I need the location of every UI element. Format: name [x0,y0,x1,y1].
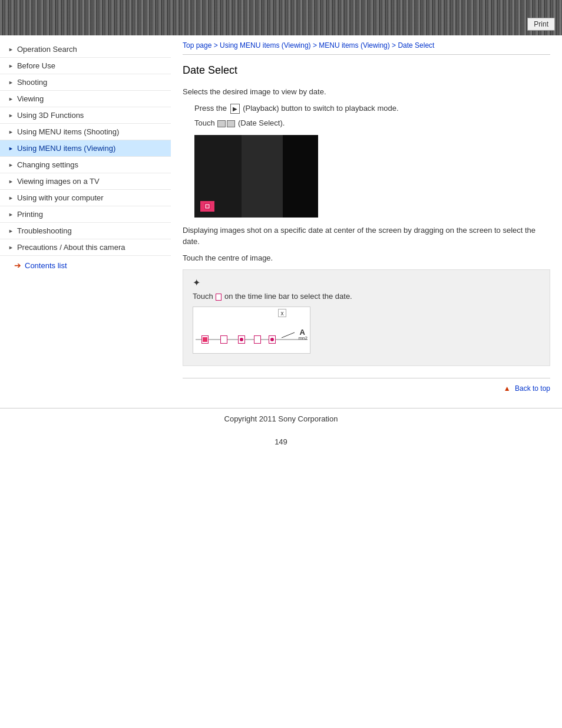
sidebar-item-using-computer[interactable]: ► Using with your computer [0,190,171,206]
arrow-icon: ► [8,129,14,135]
sidebar-item-printing[interactable]: ► Printing [0,206,171,223]
arrow-right-icon: ➔ [14,261,21,270]
sidebar-item-label: Troubleshooting [17,226,72,235]
page-number: 149 [0,433,562,451]
arrow-icon: ► [8,146,14,151]
main-layout: ► Operation Search ► Before Use ► Shooti… [0,35,562,408]
tip-icon: ✦ [193,277,540,288]
breadcrumb-sep3: > [392,41,398,50]
svg-point-4 [270,338,274,341]
label-a: A [300,328,305,337]
sidebar-item-label: Operation Search [17,45,77,54]
sidebar-item-using-3d[interactable]: ► Using 3D Functions [0,107,171,124]
page-title: Date Select [183,64,550,79]
step1-text: Press the ▶ (Playback) button to switch … [194,103,550,114]
svg-line-5 [282,332,295,338]
sidebar-item-label: Viewing [17,94,44,103]
header-bar: Print [0,0,562,35]
sidebar-item-label: Using with your computer [17,193,104,202]
sidebar-item-before-use[interactable]: ► Before Use [0,58,171,74]
sidebar-item-label: Using MENU items (Viewing) [17,144,115,153]
sidebar-item-precautions[interactable]: ► Precautions / About this camera [0,239,171,256]
timeline-close-btn[interactable]: x [278,309,286,317]
playback-button-icon: ▶ [230,104,240,114]
arrow-icon: ► [8,80,14,85]
arrow-icon: ► [8,63,14,69]
back-to-top-icon: ▲ [504,384,511,393]
back-to-top[interactable]: ▲ Back to top [183,378,550,396]
arrow-icon: ► [8,212,14,218]
sidebar-item-label: Using 3D Functions [17,111,84,120]
arrow-icon: ► [8,96,14,102]
breadcrumb-date-select: Date Select [398,41,434,50]
copyright-text: Copyright 2011 Sony Corporation [224,414,338,423]
arrow-icon: ► [8,228,14,234]
description-text: Displaying images shot on a specific dat… [183,225,550,248]
sidebar-item-label: Printing [17,210,43,219]
sidebar-item-label: Using MENU items (Shooting) [17,127,119,136]
arrow-icon: ► [8,47,14,52]
image-center-area [242,135,283,218]
content-area: Top page > Using MENU items (Viewing) > … [171,35,562,408]
sidebar-item-changing-settings[interactable]: ► Changing settings [0,157,171,173]
timeline-marker-2 [220,335,227,344]
sidebar-item-label: Changing settings [17,160,78,169]
arrow-icon: ► [8,179,14,185]
sidebar-item-label: Before Use [17,61,55,70]
svg-point-3 [240,338,243,341]
timeline-marker-1 [201,335,209,344]
step2-text: Touch (Date Select). [194,117,550,129]
timeline-marker-3 [238,335,245,344]
timeline-marker-4 [254,335,261,344]
sidebar-item-using-menu-viewing[interactable]: ► Using MENU items (Viewing) [0,140,171,157]
sidebar-item-label: Precautions / About this camera [17,243,125,252]
touch-centre-text: Touch the centre of image. [183,252,550,264]
svg-rect-2 [203,337,207,342]
sidebar-item-shooting[interactable]: ► Shooting [0,74,171,91]
sidebar-item-using-menu-shooting[interactable]: ► Using MENU items (Shooting) [0,124,171,140]
arrow-icon: ► [8,195,14,201]
page-footer: Copyright 2011 Sony Corporation [0,408,562,433]
arrow-icon: ► [8,162,14,168]
sidebar-item-label: Viewing images on a TV [17,177,100,186]
playback-icon-overlay [200,201,214,212]
back-to-top-label: Back to top [515,384,550,393]
arrow-icon: ► [8,245,14,251]
tip-text: Touch on the time line bar to select the… [193,292,540,301]
breadcrumb-sep1: > [214,41,220,50]
intro-text: Selects the desired image to view by dat… [183,86,550,98]
sidebar: ► Operation Search ► Before Use ► Shooti… [0,35,171,408]
contents-list-label: Contents list [25,261,67,270]
print-button[interactable]: Print [527,18,555,31]
timeline-image: x mn2 A [193,307,310,354]
breadcrumb: Top page > Using MENU items (Viewing) > … [183,35,550,55]
breadcrumb-sep2: > [313,41,319,50]
sidebar-item-label: Shooting [17,78,47,87]
timeline-marker-5 [269,335,276,344]
contents-list-link[interactable]: ➔ Contents list [0,256,171,275]
breadcrumb-top-page[interactable]: Top page [183,41,211,50]
breadcrumb-menu-items-viewing[interactable]: MENU items (Viewing) [319,41,389,50]
tip-box: ✦ Touch on the time line bar to select t… [183,269,550,366]
playback-icon-inner [204,203,210,209]
sidebar-item-viewing[interactable]: ► Viewing [0,91,171,107]
sidebar-item-troubleshooting[interactable]: ► Troubleshooting [0,223,171,239]
breadcrumb-using-menu-viewing[interactable]: Using MENU items (Viewing) [220,41,310,50]
sidebar-item-viewing-tv[interactable]: ► Viewing images on a TV [0,173,171,190]
sidebar-item-operation-search[interactable]: ► Operation Search [0,41,171,58]
image-right-panel [283,135,318,218]
label-a-arrow [282,330,299,341]
arrow-icon: ► [8,113,14,118]
main-image [194,135,318,218]
